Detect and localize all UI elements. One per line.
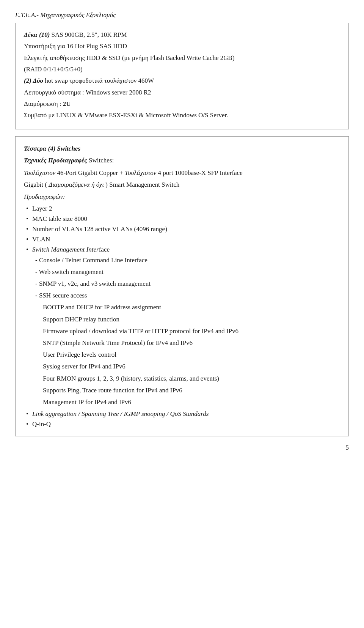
line-compat: Συμβατό με LINUX & VMware ESX-ESXi & Mic… (24, 110, 340, 120)
sub-items-list: - Console / Telnet Command Line Interfac… (24, 255, 340, 407)
line-form: Διαμόρφωση : 2U (24, 99, 340, 109)
gigabit-end: ) Smart Management Switch (105, 181, 179, 188)
switch-mgmt-italic: Switch Management Inter (32, 246, 99, 253)
sub-bootp: BOOTP and DHCP for IP address assignment (24, 302, 340, 312)
sub-privilege: User Privilege levels control (24, 349, 340, 360)
sas-rest: SAS 900GB, 2.5", 10K RPM (52, 31, 127, 38)
line-os: Λειτουργικό σύστημα : Windows server 200… (24, 88, 340, 98)
bullet-qinq: Q-in-Q (24, 419, 340, 429)
psu-bold: (2) Δύο (24, 77, 43, 84)
page-header: Ε.Τ.Ε.Α.- Μηχανογραφικός Εξοπλισμός (15, 11, 349, 19)
page-number: 5 (15, 444, 349, 452)
form-2u: 2U (63, 100, 71, 107)
line-raid: (RAID 0/1/1+0/5/5+0) (24, 65, 340, 74)
line-hotplug: Υποστήριξη για 16 Hot Plug SAS HDD (24, 41, 340, 51)
sub-ssh: - SSH secure access (24, 290, 340, 301)
line-sas: Δέκα (10) SAS 900GB, 2.5", 10K RPM (24, 30, 340, 40)
sub-syslog: Syslog server for IPv4 and IPv6 (24, 361, 340, 371)
prodiagrafon-label: Προδιαγραφών: (24, 192, 340, 202)
switches-line2: Gigabit ( Διαμοιραζόμενα ή όχι ) Smart M… (24, 179, 340, 190)
switches-line1: Τουλάχιστον 46-Port Gigabit Copper + Του… (24, 168, 340, 178)
bullet-vlan-num: Number of VLANs 128 active VLANs (4096 r… (24, 224, 340, 234)
toulachiston2: Τουλάχιστον (125, 169, 156, 176)
header-title: Ε.Τ.Ε.Α.- Μηχανογραφικός Εξοπλισμός (15, 11, 116, 19)
prodiagrafon-text: Προδιαγραφών: (24, 193, 65, 200)
switch-mgmt-face: face (99, 246, 110, 253)
switches-count: Τέσσερα (4) Switches (24, 145, 80, 152)
switches-tech-rest: Switches: (89, 157, 114, 164)
sub-rmon: Four RMON groups 1, 2, 3, 9 (history, st… (24, 373, 340, 384)
sub-console: - Console / Telnet Command Line Interfac… (24, 255, 340, 265)
bullet-link-agg: Link aggregation / Spanning Tree / IGMP … (24, 409, 340, 419)
gigabit-start: Gigabit ( (24, 181, 47, 188)
bullet-switch-mgmt: Switch Management Interface (24, 244, 340, 255)
bullet-mac: MAC table size 8000 (24, 214, 340, 224)
psu-rest: hot swap τροφοδοτικά τουλάχιστον 460W (45, 77, 154, 84)
sub-sntp: SNTP (Simple Network Time Protocol) for … (24, 338, 340, 348)
sub-web: - Web switch management (24, 267, 340, 277)
port-rest1: 46-Port Gigabit Copper + (57, 169, 125, 176)
section-switches: Τέσσερα (4) Switches Τεχνικές Προδιαγραφ… (15, 136, 349, 437)
bullet-layer2: Layer 2 (24, 203, 340, 214)
sub-ping: Supports Ping, Trace route function for … (24, 385, 340, 395)
section-top: Δέκα (10) SAS 900GB, 2.5", 10K RPM Υποστ… (15, 23, 349, 129)
sub-firmware: Firmware upload / download via TFTP or H… (24, 326, 340, 336)
link-agg-text: Link aggregation / Spanning Tree / IGMP … (32, 410, 209, 417)
switches-heading2: Τεχνικές Προδιαγραφές Switches: (24, 155, 340, 165)
diakoirazomena: Διαμοιραζόμενα ή όχι (49, 181, 104, 188)
form-prefix: Διαμόρφωση : (24, 100, 63, 107)
bullet-vlan: VLAN (24, 234, 340, 244)
switches-heading1: Τέσσερα (4) Switches (24, 143, 340, 154)
toulachiston1: Τουλάχιστον (24, 169, 55, 176)
sub-snmp: - SNMP v1, v2c, and v3 switch management (24, 279, 340, 289)
line-psu: (2) Δύο hot swap τροφοδοτικά τουλάχιστον… (24, 76, 340, 86)
last-bullets-list: Link aggregation / Spanning Tree / IGMP … (24, 409, 340, 429)
sub-mgmt-ip: Management IP for IPv4 and IPv6 (24, 397, 340, 407)
line-controller: Ελεγκτής αποθήκευσης HDD & SSD (με μνήμη… (24, 53, 340, 63)
sas-bold: Δέκα (10) (24, 31, 50, 38)
sub-dhcp: Support DHCP relay function (24, 314, 340, 324)
specs-bullet-list: Layer 2 MAC table size 8000 Number of VL… (24, 203, 340, 255)
switches-tech-bold: Τεχνικές Προδιαγραφές (24, 157, 87, 164)
port-rest2: 4 port 1000base-X SFP Interface (158, 169, 243, 176)
